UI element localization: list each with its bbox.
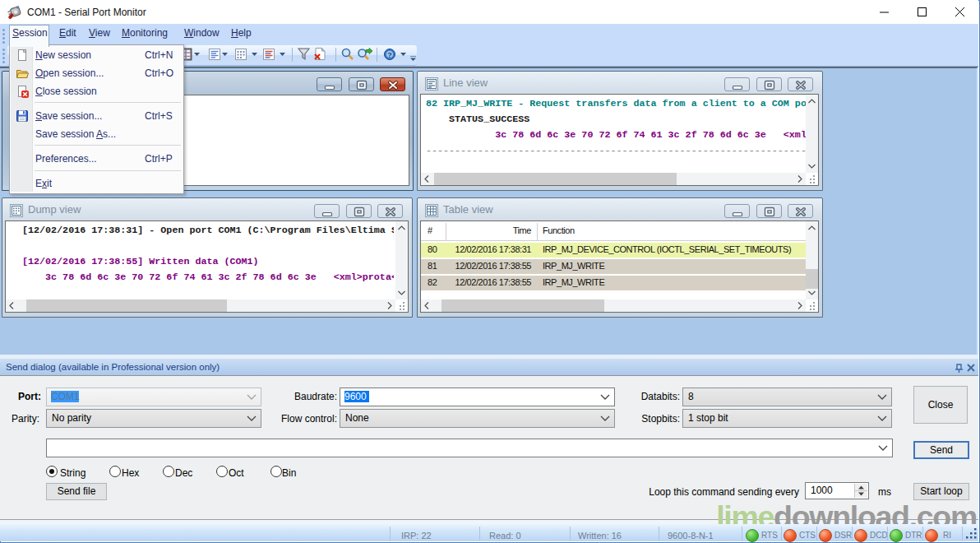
svg-text:?: ? <box>387 51 392 59</box>
